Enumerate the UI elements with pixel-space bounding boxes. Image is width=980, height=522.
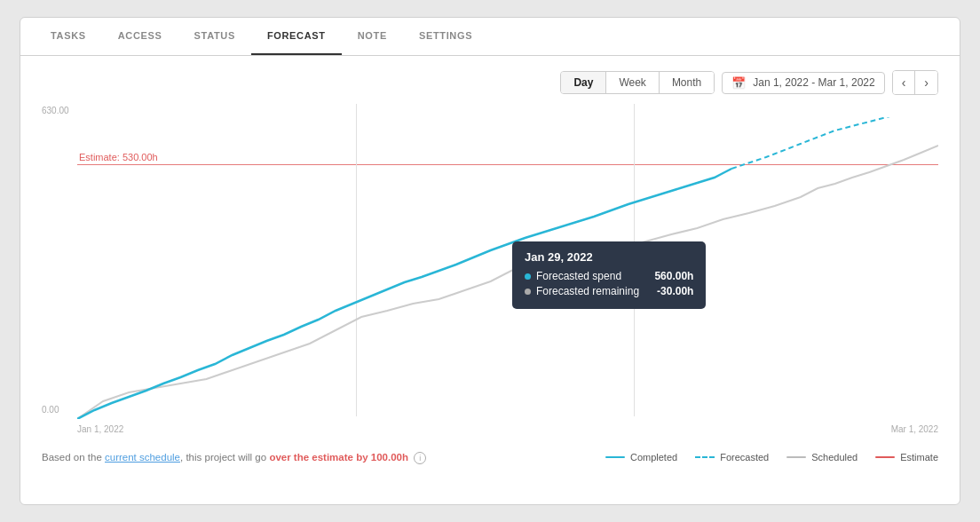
forecast-chart: 630.00 0.00 Estimate: 530.00h [42,104,938,441]
footer-middle: , this project will go [180,452,269,463]
view-month-button[interactable]: Month [660,72,714,93]
prev-arrow[interactable]: ‹ [893,71,916,94]
legend-scheduled-label: Scheduled [811,452,858,463]
next-arrow[interactable]: › [915,71,937,94]
legend-completed-label: Completed [630,452,677,463]
content-area: Day Week Month 📅 Jan 1, 2022 - Mar 1, 20… [20,56,960,478]
tab-status[interactable]: STATUS [178,18,251,55]
chart-svg [77,117,938,419]
tab-note[interactable]: NOTE [342,18,403,55]
view-week-button[interactable]: Week [606,72,659,93]
legend-completed-line [605,456,625,458]
footer-prefix: Based on the [42,452,105,463]
tab-forecast[interactable]: FORECAST [251,18,342,55]
info-icon[interactable]: i [414,452,426,464]
y-max-label: 630.00 [42,106,69,115]
tab-tasks[interactable]: TASKS [35,18,102,55]
tab-access[interactable]: ACCESS [102,18,178,55]
calendar-icon: 📅 [731,76,746,90]
legend-scheduled-line [786,456,806,458]
legend-estimate: Estimate [875,452,938,463]
nav-arrows: ‹ › [892,70,938,95]
legend-completed: Completed [605,452,677,463]
legend-forecasted-label: Forecasted [720,452,769,463]
legend-forecasted: Forecasted [695,452,769,463]
warning-text: over the estimate by 100.00h [269,452,408,463]
legend-estimate-label: Estimate [900,452,938,463]
legend-estimate-line [875,456,895,458]
chart-legend: Completed Forecasted Scheduled Estimate [605,452,938,463]
schedule-link[interactable]: current schedule [105,452,180,463]
view-day-button[interactable]: Day [561,72,606,93]
main-card: TASKS ACCESS STATUS FORECAST NOTE SETTIN… [20,17,960,505]
view-toggle: Day Week Month [560,71,715,94]
chart-toolbar: Day Week Month 📅 Jan 1, 2022 - Mar 1, 20… [42,70,938,95]
date-range-picker[interactable]: 📅 Jan 1, 2022 - Mar 1, 2022 [722,72,884,94]
x-start-label: Jan 1, 2022 [77,424,123,434]
y-min-label: 0.00 [42,405,59,415]
tab-bar: TASKS ACCESS STATUS FORECAST NOTE SETTIN… [20,18,960,56]
footer-bar: Based on the current schedule, this proj… [42,441,938,464]
legend-forecasted-line [695,456,715,458]
legend-scheduled: Scheduled [786,452,858,463]
date-range-text: Jan 1, 2022 - Mar 1, 2022 [753,76,874,89]
scheduled-line [77,146,938,419]
tab-settings[interactable]: SETTINGS [403,18,488,55]
forecasted-line [731,117,938,169]
x-end-label: Mar 1, 2022 [891,424,938,434]
completed-line [77,169,731,419]
footer-text: Based on the current schedule, this proj… [42,452,426,464]
